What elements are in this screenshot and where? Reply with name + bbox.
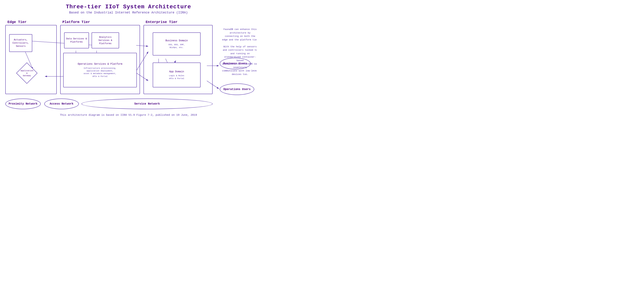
access-network-label: Access Network	[50, 102, 73, 106]
sensors-label: Actuators, Controllers, Sensors	[12, 38, 29, 48]
business-domain-sub: OSS, BSS, ERP, BizOps, etc.	[168, 44, 185, 49]
proximity-network-ellipse: Proximity Network	[5, 98, 41, 109]
edge-tier-label: Edge Tier	[8, 20, 26, 24]
annotation-text: FaunaDB can enhance this architecture by…	[222, 28, 257, 76]
enterprise-tier-box: Enterprise Tier Business Domain OSS, BSS…	[144, 25, 212, 94]
footer-text: This architecture diagram is based on II…	[60, 114, 197, 116]
gateway-label: Application & Gateway	[16, 62, 38, 84]
title-area: Three-tier IIoT System Architecture Base…	[4, 4, 253, 14]
annotation-line5: and running on standardized container-ba…	[224, 52, 256, 62]
operations-users-ellipse: Operations Users	[220, 84, 254, 95]
operations-services-title: Operations Services & Platform	[78, 62, 122, 66]
operations-services-box: Operations Services & Platform Infrastru…	[63, 53, 137, 87]
business-domain-title: Business Domain	[166, 39, 188, 42]
operations-services-sub: Infrastructure provisioning, application…	[84, 67, 116, 78]
data-services-label: Data Services & Platforms	[66, 37, 87, 44]
edge-tier-box: Edge Tier Actuators, Controllers, Sensor…	[5, 25, 57, 94]
app-domain-box: App Domain Logic & Rules APIs & Portal	[153, 62, 200, 87]
gateway-diamond-container: Application & Gateway	[16, 62, 38, 84]
service-network-label: Service Network	[134, 102, 160, 106]
diagram-area: Edge Tier Actuators, Controllers, Sensor…	[4, 18, 253, 110]
annotation-line6: architectures, FaunaDB can seamlessly	[222, 62, 257, 69]
annotation-line7: communicate with low-level devices too.	[222, 70, 257, 76]
footer: This architecture diagram is based on II…	[4, 114, 253, 116]
analytics-services-box: Analytics Services & Platforms	[92, 32, 119, 48]
platform-tier-label: Platform Tier	[62, 20, 90, 24]
access-network-ellipse: Access Network	[44, 98, 79, 109]
annotation-line4: With the help of sensors and controllers…	[223, 45, 257, 52]
business-domain-box: Business Domain OSS, BSS, ERP, BizOps, e…	[153, 32, 200, 56]
operations-users-label: Operations Users	[224, 88, 251, 91]
enterprise-tier-label: Enterprise Tier	[146, 20, 178, 24]
app-domain-sub: Logic & Rules APIs & Portal	[169, 74, 184, 80]
annotation-line1: FaunaDB can enhance this architecture by	[224, 28, 256, 34]
main-title: Three-tier IIoT System Architecture	[4, 4, 253, 10]
service-network-ellipse: Service Network	[82, 98, 212, 109]
annotation-line2: connecting on both the edge and the plat…	[222, 35, 257, 41]
data-services-box: Data Services & Platforms	[64, 32, 89, 48]
proximity-network-label: Proximity Network	[8, 102, 38, 106]
platform-tier-box: Platform Tier Data Services & Platforms …	[60, 25, 140, 94]
app-domain-title: App Domain	[169, 70, 184, 74]
subtitle: Based on the Industrial Internet Referen…	[4, 11, 253, 14]
page: Three-tier IIoT System Architecture Base…	[0, 0, 257, 120]
analytics-services-label: Analytics Services & Platforms	[93, 36, 117, 45]
sensors-box: Actuators, Controllers, Sensors	[9, 34, 32, 52]
